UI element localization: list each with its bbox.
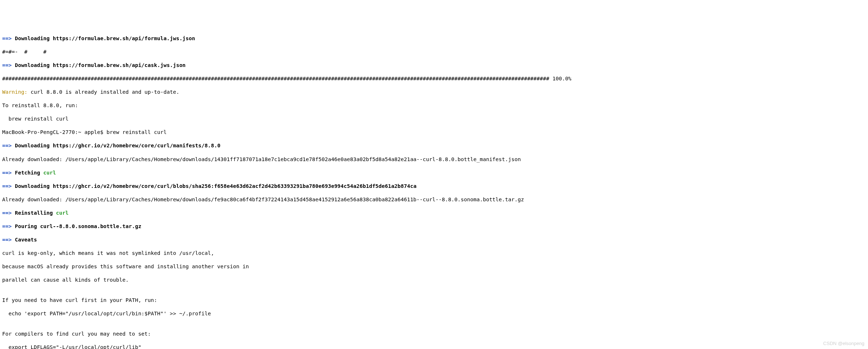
output-line: #=#=- # #: [2, 49, 866, 55]
output-line: ==> Downloading https://ghcr.io/v2/homeb…: [2, 142, 866, 149]
package-name: curl: [43, 170, 56, 176]
step-arrow: ==>: [2, 170, 12, 176]
step-arrow: ==>: [2, 223, 12, 229]
output-line: brew reinstall curl: [2, 115, 866, 122]
step-text: Downloading https://formulae.brew.sh/api…: [12, 35, 195, 41]
step-arrow: ==>: [2, 35, 12, 41]
step-text: Downloading https://ghcr.io/v2/homebrew/…: [12, 143, 220, 148]
step-arrow: ==>: [2, 237, 12, 243]
step-arrow: ==>: [2, 143, 12, 148]
package-name: curl: [56, 210, 68, 216]
warning-text: curl 8.8.0 is already installed and up-t…: [28, 89, 179, 95]
output-line: curl is keg-only, which means it was not…: [2, 250, 866, 257]
step-arrow: ==>: [2, 183, 12, 189]
output-line: echo 'export PATH="/usr/local/opt/curl/b…: [2, 310, 866, 317]
output-line: Warning: curl 8.8.0 is already installed…: [2, 89, 866, 96]
output-line: because macOS already provides this soft…: [2, 263, 866, 270]
output-line: ==> Downloading https://formulae.brew.sh…: [2, 62, 866, 69]
shell-prompt[interactable]: MacBook-Pro-PengCL-2770:~ apple$ brew re…: [2, 129, 866, 136]
step-text: Downloading https://formulae.brew.sh/api…: [12, 62, 185, 68]
step-text: Downloading https://ghcr.io/v2/homebrew/…: [12, 183, 416, 189]
output-line: ==> Downloading https://ghcr.io/v2/homeb…: [2, 183, 866, 190]
terminal-output: ==> Downloading https://formulae.brew.sh…: [2, 28, 866, 349]
step-text: Fetching: [12, 170, 43, 176]
output-line: Already downloaded: /Users/apple/Library…: [2, 196, 866, 203]
progress-bar: ########################################…: [2, 75, 866, 82]
output-line: If you need to have curl first in your P…: [2, 297, 866, 304]
output-line: ==> Downloading https://formulae.brew.sh…: [2, 35, 866, 42]
output-line: For compilers to find curl you may need …: [2, 331, 866, 337]
output-line: ==> Reinstalling curl: [2, 210, 866, 216]
step-text: Reinstalling: [12, 210, 56, 216]
step-text: Pouring curl--8.8.0.sonoma.bottle.tar.gz: [12, 223, 141, 229]
output-line: To reinstall 8.8.0, run:: [2, 102, 866, 109]
warning-label: Warning:: [2, 89, 28, 95]
step-arrow: ==>: [2, 62, 12, 68]
output-line: ==> Caveats: [2, 236, 866, 243]
output-line: export LDFLAGS="-L/usr/local/opt/curl/li…: [2, 344, 866, 349]
output-line: Already downloaded: /Users/apple/Library…: [2, 156, 866, 163]
output-line: parallel can cause all kinds of trouble.: [2, 277, 866, 283]
output-line: ==> Pouring curl--8.8.0.sonoma.bottle.ta…: [2, 223, 866, 230]
watermark: CSDN @elsonpeng: [823, 341, 864, 347]
output-line: ==> Fetching curl: [2, 169, 866, 176]
step-text: Caveats: [12, 237, 37, 243]
step-arrow: ==>: [2, 210, 12, 216]
